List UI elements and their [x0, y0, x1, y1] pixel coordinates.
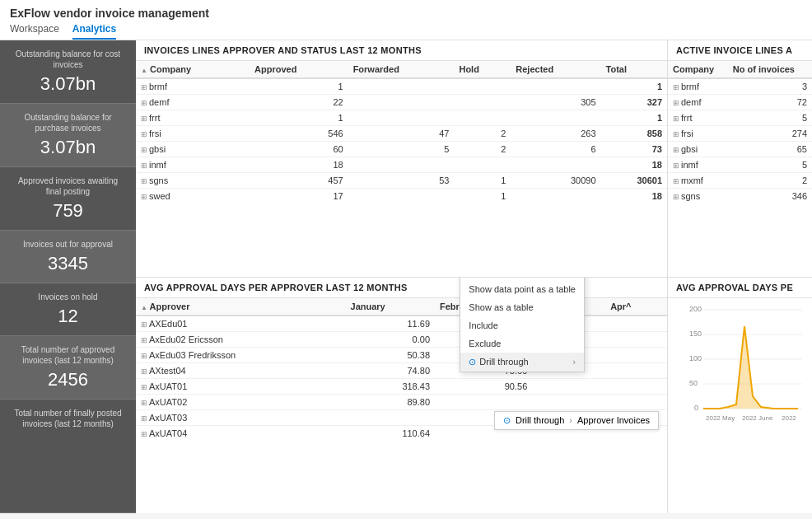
col-approved: Approved [250, 61, 348, 78]
svg-text:0: 0 [694, 404, 698, 412]
tab-analytics[interactable]: Analytics [72, 23, 116, 40]
table-row: ⊞AXEdu01 11.69 61.80 [136, 316, 667, 332]
active-invoice-title: ACTIVE INVOICE LINES A [668, 40, 812, 61]
table-row: ⊞AxUAT01 318.43 90.56 [136, 378, 667, 394]
metric-card-1: Outstanding balance for purchase invoice… [0, 104, 136, 167]
metric-label-6: Total number of finally posted invoices … [10, 408, 126, 429]
metric-label-1: Outstanding balance for purchase invoice… [10, 112, 126, 133]
metric-label-2: Approved invoices awaiting final posting [10, 175, 126, 197]
metric-card-0: Outstanding balance for cost invoices 3.… [0, 40, 136, 104]
context-menu: Copy › Show data point as a table Show a… [460, 278, 585, 372]
table-row: ⊞AxEdu02 Ericsson 0.00 97.90 [136, 331, 667, 347]
col-apr: Apr^ [605, 298, 667, 316]
table-row: ⊞demf 22 305 327 [136, 95, 667, 110]
table-row: ⊞frrt 1 1 [136, 110, 667, 126]
drill-through-bar[interactable]: ⊙ Drill through › Approver Invoices [494, 411, 659, 430]
col-total: Total [601, 61, 667, 78]
left-sidebar: Outstanding balance for cost invoices 3.… [0, 40, 136, 513]
right-panel-top: ACTIVE INVOICE LINES A Company No of inv… [668, 40, 812, 278]
col-january: January [346, 298, 435, 316]
table-row: ⊞gbsi 65 [668, 142, 812, 157]
metric-value-1: 3.07bn [10, 137, 126, 158]
drill-through-label: Drill through [516, 415, 564, 425]
svg-text:2022 June: 2022 June [742, 414, 773, 422]
table-row: ⊞frrt 5 [668, 110, 812, 126]
drill-through-icon: ⊙ [469, 357, 476, 367]
col-company-right: Company [668, 61, 728, 78]
tab-workspace[interactable]: Workspace [10, 23, 59, 40]
table-row: ⊞frsi 274 [668, 126, 812, 142]
metric-label-5: Total number of approved invoices (last … [10, 344, 126, 366]
table-row: ⊞demf 72 [668, 95, 812, 110]
svg-text:2022: 2022 [782, 414, 796, 422]
panel-invoice-title: INVOICES LINES APPROVER AND STATUS LAST … [136, 40, 667, 61]
table-row: ⊞inmf 18 18 [136, 157, 667, 173]
table-row: ⊞AXtest04 74.80 73.60 [136, 362, 667, 378]
metric-card-6: Total number of finally posted invoices … [0, 400, 136, 513]
right-panel-bottom: AVG APPROVAL DAYS PE 200 150 100 50 0 [668, 278, 812, 514]
metric-value-4: 12 [10, 306, 126, 327]
svg-text:100: 100 [689, 354, 702, 362]
metric-card-2: Approved invoices awaiting final posting… [0, 167, 136, 231]
table-row: ⊞gbsi 60 5 2 6 73 [136, 142, 667, 157]
svg-text:50: 50 [689, 379, 698, 387]
title-bar: ExFlow vendor invoice management [0, 0, 812, 20]
right-panel: ACTIVE INVOICE LINES A Company No of inv… [668, 40, 812, 513]
metric-value-5: 2456 [10, 369, 126, 390]
context-menu-item-exclude[interactable]: Exclude [460, 334, 584, 353]
svg-text:200: 200 [689, 305, 702, 313]
table-row: ⊞AxUAT02 89.80 [136, 394, 667, 409]
table-row: ⊞mxmf 2 [668, 173, 812, 189]
svg-marker-12 [703, 326, 798, 409]
table-row: ⊞brmf 3 [668, 78, 812, 95]
nav-tabs: Workspace Analytics [0, 20, 812, 40]
drill-through-circle-icon: ⊙ [503, 415, 511, 426]
table-row: ⊞inmf 5 [668, 157, 812, 173]
svg-text:2022 May: 2022 May [706, 414, 735, 422]
metric-label-4: Invoices on hold [10, 292, 126, 302]
col-company: ▲ Company [136, 61, 250, 78]
col-hold: Hold [454, 61, 511, 78]
context-menu-item-drill-through[interactable]: ⊙ Drill through › [460, 353, 584, 372]
app-title: ExFlow vendor invoice management [10, 7, 802, 20]
invoice-lines-table: ▲ Company Approved Forwarded Hold Reject… [136, 61, 667, 201]
table-row: ⊞frsi 546 47 2 263 858 [136, 126, 667, 142]
table-row: ⊞AxEdu03 Fredriksson 50.38 15.23 [136, 347, 667, 362]
col-forwarded: Forwarded [348, 61, 455, 78]
col-approver: ▲ Approver [136, 298, 346, 316]
chevron-right-icon: › [569, 415, 572, 425]
metric-card-5: Total number of approved invoices (last … [0, 336, 136, 400]
context-menu-item-include[interactable]: Include [460, 316, 584, 334]
metric-label-0: Outstanding balance for cost invoices [10, 49, 126, 70]
table-row: ⊞sgns 457 53 1 30090 30601 [136, 173, 667, 189]
metric-value-0: 3.07bn [10, 73, 126, 95]
table-row: ⊞brmf 1 1 [136, 78, 667, 95]
panel-avg-approval: AVG APPROVAL DAYS PER APPROVER LAST 12 M… [136, 278, 667, 514]
active-invoice-table: Company No of invoices ⊞brmf 3 ⊞demf 72 … [668, 61, 812, 201]
metric-card-4: Invoices on hold 12 [0, 283, 136, 336]
avg-approval-days-right-title: AVG APPROVAL DAYS PE [668, 278, 812, 298]
context-menu-item-show-data-point[interactable]: Show data point as a table [460, 280, 584, 298]
svg-text:150: 150 [689, 330, 702, 338]
metric-label-3: Invoices out for approval [10, 239, 126, 250]
approver-invoices-label: Approver Invoices [577, 415, 650, 425]
table-row: ⊞sgns 346 [668, 189, 812, 202]
table-row: ⊞swed 17 1 18 [136, 189, 667, 202]
metric-value-2: 759 [10, 200, 126, 222]
context-menu-item-show-table[interactable]: Show as a table [460, 298, 584, 316]
panel-invoice-lines: INVOICES LINES APPROVER AND STATUS LAST … [136, 40, 667, 278]
col-rejected: Rejected [511, 61, 600, 78]
center-panels: INVOICES LINES APPROVER AND STATUS LAST … [136, 40, 668, 513]
metric-card-3: Invoices out for approval 3345 [0, 231, 136, 283]
panel-avg-title: AVG APPROVAL DAYS PER APPROVER LAST 12 M… [136, 278, 667, 298]
col-no-invoices: No of invoices [728, 61, 812, 78]
metric-value-3: 3345 [10, 253, 126, 274]
